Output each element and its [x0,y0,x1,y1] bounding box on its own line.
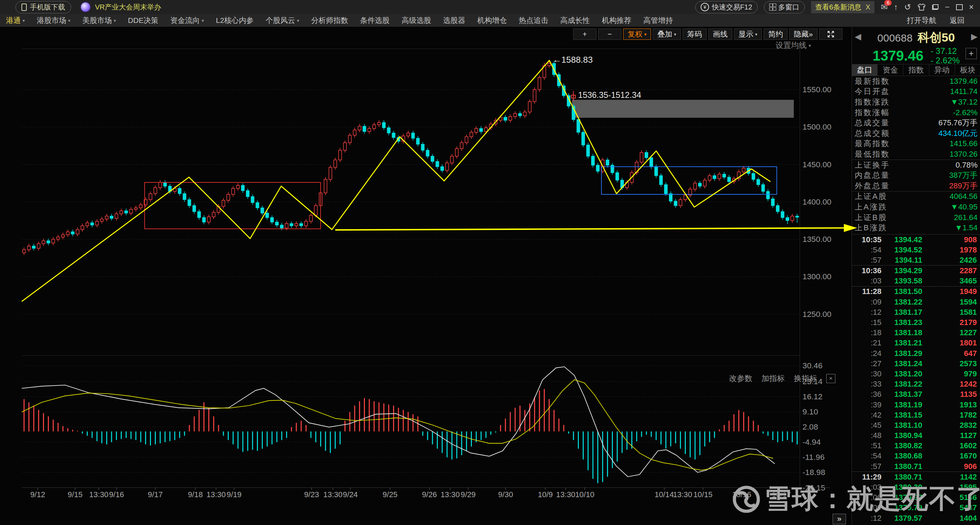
back-button[interactable]: 返回 [950,16,964,26]
menu-item-8[interactable]: 分析师指数 [305,16,354,26]
tick-row[interactable]: :451381.102832 [852,420,980,430]
tab-指数[interactable]: 指数 [903,64,929,76]
minimize-icon[interactable]: − [945,3,950,11]
tick-time: :30 [852,369,881,378]
tick-row[interactable]: :211381.211801 [852,338,980,348]
tab-板块[interactable]: 板块 [955,64,980,76]
tick-row[interactable]: :121381.171581 [852,307,980,317]
tick-row[interactable]: :571394.112426 [852,255,980,265]
tick-row[interactable]: 10:361394.292287 [852,265,980,276]
add-indicator-button[interactable]: 加指标 [762,373,785,384]
menu-item-2[interactable]: 港股市场▾ [31,16,77,26]
menu-item-14[interactable]: 高成长性 [554,16,596,26]
prev-stock-icon[interactable]: ◀ [855,32,861,41]
news-ticker[interactable]: VR产业大会周末举办 [95,2,161,12]
open-navigation-button[interactable]: 打开导航 [907,16,936,26]
tick-row[interactable]: :571380.71906 [852,461,980,471]
close-icon[interactable]: × [969,3,974,11]
tick-row[interactable]: 11:291380.711142 [852,471,980,482]
menu-item-5[interactable]: 资金流向▾ [164,16,210,26]
menu-item-15[interactable]: 机构推荐 [596,16,637,26]
multi-window-button[interactable]: 多窗口 [764,1,805,13]
switch-indicator-button[interactable]: 换指标 [794,373,817,384]
tick-row[interactable]: :181381.181227 [852,328,980,338]
tick-row[interactable]: 11:281381.501949 [852,286,980,297]
menu-item-3[interactable]: 美股市场▾ [76,16,122,26]
tick-volume: 1594 [922,298,977,307]
toolbar-button-+[interactable]: + [573,29,597,40]
inbox-icon[interactable]: ✉ 6 [881,3,888,11]
toolbar-button-−[interactable]: − [598,29,621,40]
menu-item-12[interactable]: 机构增仓 [471,16,513,26]
tick-row[interactable]: :091379.795437 [852,503,980,513]
tick-row[interactable]: :271381.242573 [852,359,980,369]
fullscreen-button[interactable] [819,29,842,40]
skin-icon[interactable] [917,3,926,11]
toolbar-button-复权[interactable]: 复权▾ [623,29,651,40]
publish-icon[interactable]: ↑ [894,3,898,11]
phone-icon [21,3,27,11]
tick-row[interactable]: :331381.221242 [852,379,980,389]
tick-row[interactable]: :541380.681670 [852,451,980,461]
quote-row: 今日开盘1411.74 [852,87,980,97]
tick-row[interactable]: :121379.571404 [852,513,980,523]
tick-volume: 1978 [922,246,977,255]
toolbar-button-画线[interactable]: 画线 [708,29,732,40]
tick-row[interactable]: :151379.622756 [852,523,980,525]
tick-row[interactable]: 10:351394.42908 [852,235,980,245]
ma-settings-button[interactable]: 设置均线 ▾ [776,40,811,51]
menu-item-11[interactable]: 选股器 [437,16,471,26]
edit-params-button[interactable]: 改参数 [729,373,752,384]
menu-item-10[interactable]: 高级选股 [396,16,437,26]
toolbar-button-简约[interactable]: 简约 [764,29,788,40]
tick-price: 1381.37 [881,390,922,399]
tick-price: 1381.17 [881,308,922,317]
svg-text:9/16: 9/16 [109,490,124,499]
tab-盘口[interactable]: 盘口 [852,64,878,76]
toolbar-button-筹码[interactable]: 筹码 [682,29,706,40]
undo-icon[interactable]: ↺ [904,3,911,11]
indicator-close-icon[interactable]: × [826,374,835,383]
menu-item-1[interactable]: 港通▾ [0,16,31,26]
dismiss-messages-icon[interactable]: X [865,3,870,11]
tick-row[interactable]: :151381.232179 [852,317,980,327]
tick-row[interactable]: :031393.583465 [852,276,980,286]
maximize-icon[interactable] [956,4,963,10]
tab-异动[interactable]: 异动 [929,64,955,76]
tick-list[interactable]: 10:351394.42908:541394.521978:571394.112… [852,234,980,525]
menu-item-16[interactable]: 高管增持 [637,16,679,26]
tick-row[interactable]: :481380.941127 [852,430,980,440]
scroll-right-button[interactable]: » [832,514,846,524]
tick-row[interactable]: :241381.29647 [852,348,980,359]
tick-price: 1381.23 [881,318,922,327]
tab-资金[interactable]: 资金 [878,64,903,76]
tick-row[interactable]: :421381.151782 [852,410,980,420]
quick-trade-button[interactable]: ¥ 快速交易F12 [695,1,757,13]
chart-toolbar: +−复权▾叠加▾筹码画线显示▾简约隐藏» [573,29,842,40]
menu-item-13[interactable]: 热点追击 [513,16,554,26]
mobile-download-button[interactable]: 手机版下载 [16,1,71,13]
titlebar-actions: ¥ 快速交易F12 多窗口 查看6条新消息 X ✉ 6 ↑ ↺ − × [695,1,980,13]
kline-chart-canvas[interactable]: 1550.001500.001450.001400.001350.001300.… [0,27,851,525]
add-to-watchlist-button[interactable]: + [966,48,977,59]
tick-time: :09 [852,503,881,512]
chevron-down-icon: ▾ [68,18,71,23]
tick-row[interactable]: :361381.371135 [852,389,980,400]
tick-row[interactable]: :391381.191913 [852,400,980,410]
tick-row[interactable]: :091381.221594 [852,297,980,307]
menu-item-9[interactable]: 条件选股 [354,16,396,26]
tick-row[interactable]: :541394.521978 [852,245,980,255]
tick-row[interactable]: :511380.821602 [852,441,980,451]
cascade-windows-icon[interactable] [932,4,939,10]
tick-row[interactable]: :031380.301595 [852,482,980,492]
menu-item-4[interactable]: DDE决策 [122,16,164,26]
toolbar-button-叠加[interactable]: 叠加▾ [653,29,681,40]
toolbar-button-显示[interactable]: 显示▾ [734,29,762,40]
tick-row[interactable]: :061379.975186 [852,493,980,503]
toolbar-button-隐藏»[interactable]: 隐藏» [789,29,818,40]
next-stock-icon[interactable]: ▶ [971,32,978,41]
new-messages-banner[interactable]: 查看6条新消息 X [811,1,875,13]
menu-item-6[interactable]: L2核心内参 [210,16,259,26]
menu-item-7[interactable]: 个股风云▾ [260,16,305,26]
tick-row[interactable]: :301381.20979 [852,369,980,379]
